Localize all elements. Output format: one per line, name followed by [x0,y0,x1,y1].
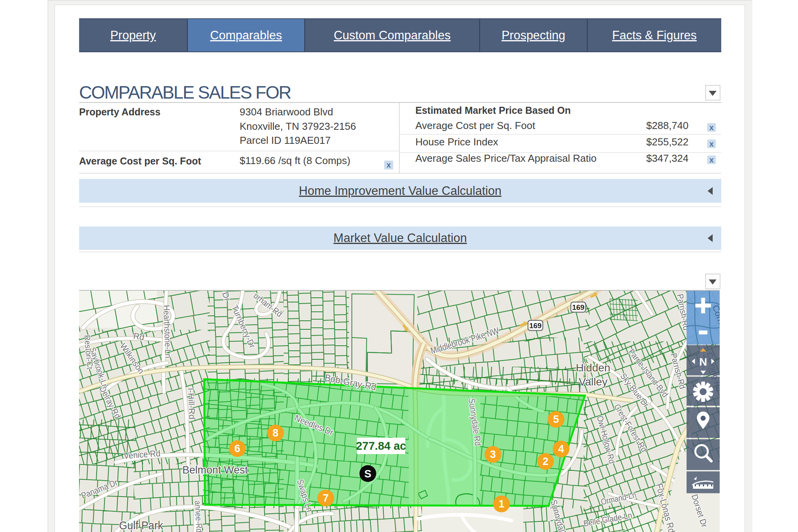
svg-text:8: 8 [272,427,278,439]
svg-text:S: S [364,468,371,480]
svg-text:Rd: Rd [132,331,145,343]
svg-text:7: 7 [323,492,328,504]
svg-text:3: 3 [490,449,496,460]
svg-text:Hearthstone-Ln: Hearthstone-Ln [162,305,173,358]
svg-text:Hidden: Hidden [576,362,611,374]
svg-text:Gulf Park: Gulf Park [119,519,164,532]
svg-text:169: 169 [572,303,584,311]
svg-text:annee-Rd: annee-Rd [193,500,204,532]
svg-text:4: 4 [558,443,564,455]
svg-text:Valley: Valley [579,376,607,388]
svg-text:277.84 ac: 277.84 ac [356,440,406,452]
svg-text:1: 1 [498,498,504,510]
svg-text:2: 2 [542,456,548,467]
svg-text:5: 5 [553,414,559,425]
svg-text:169: 169 [529,322,542,330]
svg-text:Belmont West: Belmont West [182,464,248,476]
svg-text:N: N [699,356,707,368]
svg-text:l-Hill-Rd: l-Hill-Rd [186,388,197,419]
svg-text:6: 6 [234,443,240,454]
